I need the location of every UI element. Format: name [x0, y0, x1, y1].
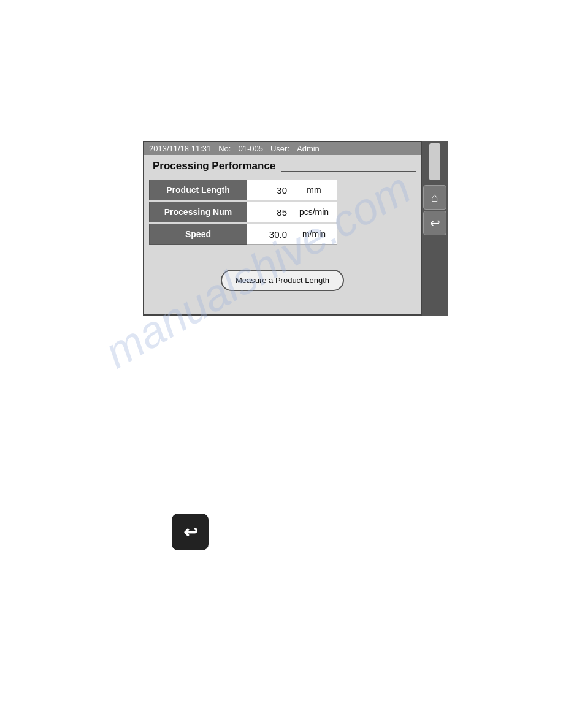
label-product-length: Product Length [149, 180, 247, 200]
page-title: Processing Performance [149, 159, 279, 173]
value-processing-num: 85 [247, 202, 291, 222]
user-label: User: [270, 144, 289, 153]
data-table: Product Length 30 mm Processing Num 85 p… [144, 177, 421, 246]
measure-product-length-button[interactable]: Measure a Product Length [221, 270, 344, 291]
right-sidebar: ⌂ ↩ [422, 141, 448, 316]
watermark-icon: ↩ [172, 514, 209, 550]
datetime: 2013/11/18 11:31 [149, 144, 211, 153]
back-icon: ↩ [430, 216, 440, 230]
home-button[interactable]: ⌂ [423, 185, 446, 210]
value-product-length: 30 [247, 180, 291, 200]
no-label: No: [218, 144, 231, 153]
value-speed: 30.0 [247, 224, 291, 245]
title-line [282, 171, 416, 172]
label-speed: Speed [149, 224, 247, 245]
label-processing-num: Processing Num [149, 202, 247, 222]
table-row: Product Length 30 mm [149, 180, 416, 200]
unit-speed: m/min [291, 224, 337, 245]
home-icon: ⌂ [431, 191, 439, 205]
table-row: Speed 30.0 m/min [149, 224, 416, 245]
title-area: Processing Performance [144, 155, 421, 177]
unit-product-length: mm [291, 180, 337, 200]
user-value: Admin [297, 144, 320, 153]
back-button[interactable]: ↩ [423, 211, 446, 235]
no-value: 01-005 [238, 144, 262, 153]
status-bar: 2013/11/18 11:31 No: 01-005 User: Admin [144, 142, 421, 155]
main-panel: 2013/11/18 11:31 No: 01-005 User: Admin … [143, 141, 422, 316]
scroll-indicator [429, 143, 440, 180]
table-row: Processing Num 85 pcs/min [149, 202, 416, 222]
button-area: Measure a Product Length [144, 246, 421, 314]
unit-processing-num: pcs/min [291, 202, 337, 222]
